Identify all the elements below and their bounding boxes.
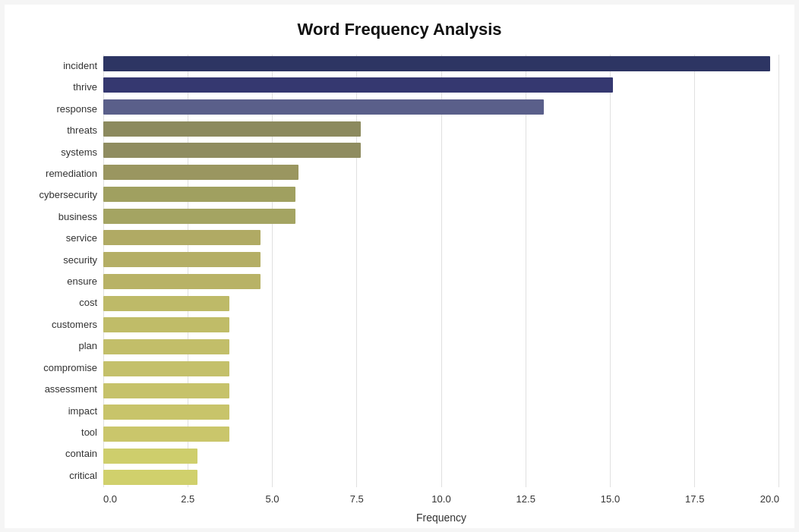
x-tick-label: 15.0	[601, 493, 620, 505]
bar-row	[103, 185, 779, 203]
bar	[103, 361, 229, 376]
y-label: thrive	[20, 77, 97, 97]
bar-row	[103, 272, 779, 291]
bars-wrapper	[103, 55, 779, 487]
bar	[103, 230, 261, 245]
y-label: customers	[20, 314, 97, 334]
bar-row	[103, 316, 779, 334]
bar-row	[103, 163, 779, 181]
bar	[103, 274, 261, 289]
bar-row	[103, 360, 779, 378]
x-tick-label: 2.5	[181, 493, 194, 505]
bar	[103, 449, 197, 464]
x-tick-label: 20.0	[760, 493, 779, 505]
x-tick-label: 5.0	[265, 493, 279, 505]
bar	[103, 383, 229, 398]
x-tick-label: 10.0	[431, 493, 450, 505]
bars-section	[103, 55, 779, 487]
y-label: critical	[20, 465, 97, 485]
y-label: cybersecurity	[20, 185, 97, 205]
y-label: security	[20, 250, 97, 269]
y-label: contain	[20, 444, 97, 464]
y-label: response	[20, 99, 97, 118]
bar	[103, 187, 295, 202]
bar-row	[103, 425, 779, 443]
chart-container: Word Frequency Analysis incidentthrivere…	[5, 5, 794, 528]
y-label: incident	[20, 56, 97, 76]
bar	[103, 317, 229, 332]
x-labels: 0.02.55.07.510.012.515.017.520.0	[103, 493, 779, 508]
bar-row	[103, 98, 779, 116]
bar-row	[103, 403, 779, 421]
bar	[103, 143, 361, 158]
bar	[103, 339, 229, 354]
y-label: ensure	[20, 272, 97, 291]
bar	[103, 99, 544, 115]
bar-row	[103, 294, 779, 313]
bar	[103, 121, 361, 137]
y-label: service	[20, 228, 97, 248]
bar	[103, 470, 197, 485]
bar	[103, 165, 298, 180]
x-axis-area: 0.02.55.07.510.012.515.017.520.0	[103, 493, 779, 508]
bar	[103, 296, 229, 311]
bar-row	[103, 141, 779, 159]
y-label: systems	[20, 142, 97, 162]
x-tick-label: 17.5	[685, 493, 704, 505]
y-label: tool	[20, 422, 97, 442]
bar	[103, 405, 229, 420]
bar-row	[103, 250, 779, 269]
bar-row	[103, 120, 779, 138]
y-label: business	[20, 206, 97, 226]
y-label: cost	[20, 293, 97, 313]
bar-row	[103, 468, 779, 486]
x-tick-label: 12.5	[516, 493, 535, 505]
y-label: plan	[20, 336, 97, 356]
chart-area: incidentthriveresponsethreatssystemsreme…	[20, 55, 779, 487]
x-tick-label: 7.5	[350, 493, 364, 505]
y-label: assessment	[20, 379, 97, 399]
bar	[103, 56, 770, 71]
y-labels: incidentthriveresponsethreatssystemsreme…	[20, 55, 103, 487]
bar-row	[103, 447, 779, 465]
bar	[103, 427, 229, 442]
y-label: impact	[20, 401, 97, 420]
bar-row	[103, 382, 779, 400]
bar	[103, 209, 295, 224]
chart-title: Word Frequency Analysis	[20, 20, 779, 39]
bar-row	[103, 207, 779, 225]
bar	[103, 77, 613, 93]
y-label: remediation	[20, 164, 97, 184]
y-label: compromise	[20, 357, 97, 377]
y-label: threats	[20, 121, 97, 140]
bar-row	[103, 55, 779, 73]
bar-row	[103, 338, 779, 356]
bar	[103, 252, 261, 267]
bar-row	[103, 228, 779, 247]
x-tick-label: 0.0	[103, 493, 117, 505]
x-axis-title: Frequency	[103, 512, 779, 524]
bar-row	[103, 76, 779, 94]
